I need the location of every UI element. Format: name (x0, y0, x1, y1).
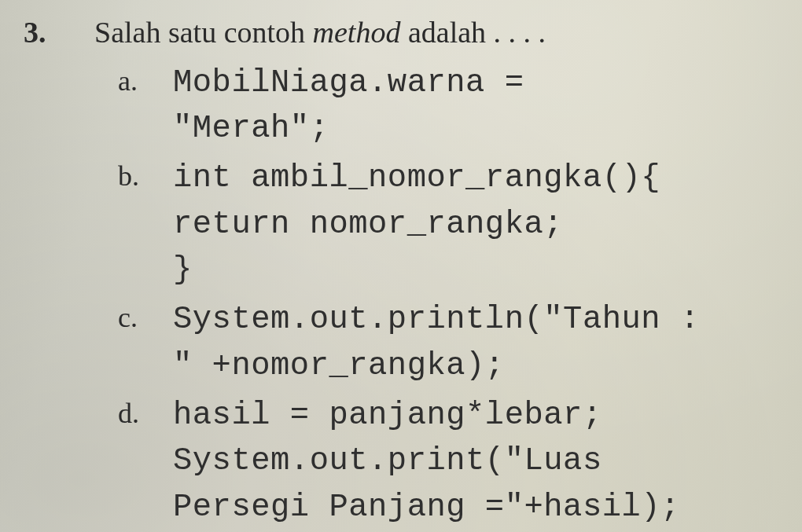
option-b: b. int ambil_nomor_rangka(){ return nomo… (118, 155, 778, 293)
option-d: d. hasil = panjang*lebar; System.out.pri… (118, 392, 778, 530)
question-text-italic: method (313, 16, 401, 49)
question-row: 3. Salah satu contoh method adalah . . .… (24, 14, 778, 52)
question-number: 3. (24, 15, 71, 50)
option-a-label: a. (118, 60, 146, 104)
question-text-tail: adalah . . . . (400, 16, 546, 49)
option-d-label: d. (118, 392, 146, 436)
option-b-code: int ambil_nomor_rangka(){ return nomor_r… (173, 155, 660, 293)
option-b-label: b. (118, 155, 146, 199)
option-c-code: System.out.println("Tahun : " +nomor_ran… (173, 296, 700, 388)
exam-page: 3. Salah satu contoh method adalah . . .… (0, 0, 802, 532)
option-a: a. MobilNiaga.warna = "Merah"; (118, 60, 778, 152)
question-text: Salah satu contoh method adalah . . . . (94, 14, 546, 52)
option-c-label: c. (118, 296, 146, 340)
options-list: a. MobilNiaga.warna = "Merah"; b. int am… (118, 60, 778, 533)
option-d-code: hasil = panjang*lebar; System.out.print(… (173, 392, 680, 530)
option-c: c. System.out.println("Tahun : " +nomor_… (118, 296, 778, 388)
option-a-code: MobilNiaga.warna = "Merah"; (173, 60, 524, 152)
question-text-plain: Salah satu contoh (94, 16, 313, 49)
